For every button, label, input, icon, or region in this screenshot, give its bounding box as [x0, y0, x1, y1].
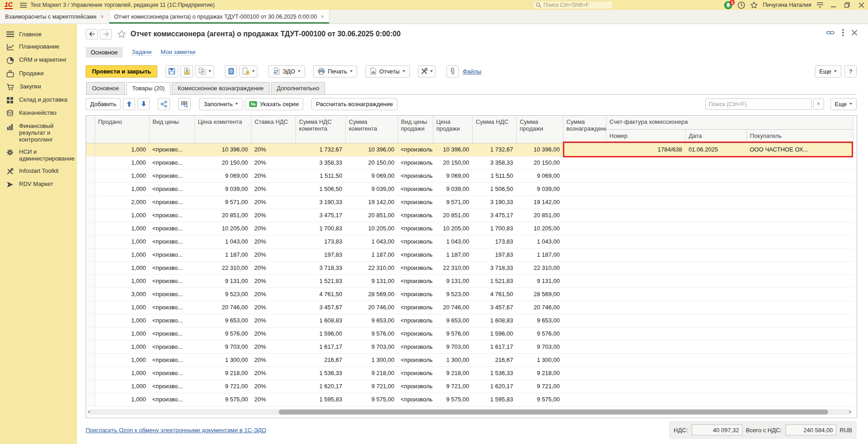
table-cell[interactable] [606, 195, 685, 209]
table-cell[interactable]: 1 511,50 [296, 169, 345, 182]
invite-ozon-link[interactable]: Пригласить Ozon к обмену электронными до… [86, 427, 266, 434]
user-menu-icon[interactable] [816, 2, 824, 8]
table-cell[interactable]: 1 300,00 [194, 353, 251, 366]
table-cell[interactable]: <произволь... [398, 327, 433, 340]
tab-mutual-settlements[interactable]: Взаиморасчеты с маркетплейсами × [0, 10, 109, 24]
table-cell[interactable]: 1 595,83 [472, 393, 516, 406]
doc-tab-0[interactable]: Основное [86, 82, 125, 94]
table-cell[interactable]: 22 310,00 [516, 261, 563, 274]
table-cell[interactable]: ООО ЧАСТНОЕ ОХ... [747, 143, 853, 156]
table-cell[interactable]: 4 761,50 [472, 288, 516, 301]
table-cell[interactable]: 10 396,00 [194, 143, 251, 156]
nav-tasks[interactable]: Задачи [132, 49, 152, 56]
move-up-button[interactable] [123, 98, 135, 110]
table-cell[interactable]: <произволь... [398, 393, 433, 406]
table-cell[interactable]: <произво... [149, 248, 194, 261]
table-cell[interactable] [747, 274, 853, 288]
table-cell[interactable] [747, 169, 853, 182]
table-cell[interactable]: 1 596,00 [472, 327, 516, 340]
table-cell[interactable]: <произволь... [398, 366, 433, 380]
table-cell[interactable] [685, 301, 747, 314]
table-cell[interactable]: 3 475,17 [296, 209, 345, 222]
history-icon[interactable] [737, 1, 745, 9]
table-cell[interactable]: 3 457,67 [296, 301, 345, 314]
table-cell[interactable] [563, 143, 606, 156]
table-cell[interactable] [685, 235, 747, 248]
barcode-search-button[interactable] [178, 98, 191, 110]
table-cell[interactable]: 20 851,00 [516, 209, 563, 222]
table-cell[interactable]: <произволь... [398, 314, 433, 327]
sidebar-item-2[interactable]: CRM и маркетинг [0, 54, 77, 67]
table-cell[interactable]: 9 571,00 [194, 195, 251, 209]
restore-button[interactable] [843, 1, 852, 9]
table-cell[interactable]: 1,000 [95, 301, 149, 314]
table-row[interactable]: 1,000<произво...20 746,0020%3 457,6720 7… [86, 301, 853, 314]
table-cell[interactable]: 9 571,00 [433, 195, 472, 209]
table-cell[interactable]: 20% [251, 209, 296, 222]
forward-button[interactable] [100, 29, 112, 39]
table-cell[interactable] [563, 327, 606, 340]
table-cell[interactable]: 20 851,00 [194, 209, 251, 222]
table-cell[interactable]: 20% [251, 261, 296, 274]
doc-tab-2[interactable]: Комиссионное вознаграждение [172, 82, 270, 94]
table-cell[interactable] [685, 327, 747, 340]
specify-series-button[interactable]: № Указать серии [245, 98, 303, 110]
table-search-input[interactable] [705, 98, 812, 110]
table-cell[interactable]: <произво... [149, 366, 194, 380]
table-row[interactable]: 1,000<произво...9 131,0020%1 521,839 131… [86, 274, 853, 288]
table-cell[interactable]: 1,000 [95, 143, 149, 156]
calculate-reward-button[interactable]: Рассчитать вознаграждение [311, 98, 398, 110]
close-window-button[interactable] [857, 1, 866, 9]
table-cell[interactable]: 22 310,00 [194, 261, 251, 274]
table-cell[interactable]: 9 576,00 [516, 327, 563, 340]
table-cell[interactable]: 19 142,00 [345, 195, 398, 209]
table-cell[interactable]: <произво... [149, 314, 194, 327]
table-cell[interactable] [685, 314, 747, 327]
table-cell[interactable]: 9 653,00 [433, 314, 472, 327]
table-cell[interactable]: 1,000 [95, 274, 149, 288]
table-cell[interactable]: 19 142,00 [516, 195, 563, 209]
table-cell[interactable]: 1,000 [95, 366, 149, 380]
column-header-8[interactable]: Сумма НДС [472, 116, 516, 143]
table-cell[interactable]: <произво... [149, 182, 194, 195]
table-cell[interactable]: 9 653,00 [345, 314, 398, 327]
table-cell[interactable]: <произволь... [398, 353, 433, 366]
table-cell[interactable]: 20% [251, 366, 296, 380]
column-header-11[interactable]: Номер [606, 129, 685, 143]
column-header-9[interactable]: Сумма продажи [516, 116, 563, 143]
table-cell[interactable]: 10 205,00 [433, 222, 472, 235]
table-cell[interactable] [563, 353, 606, 366]
table-row[interactable]: 1,000<произво...1 300,0020%216,671 300,0… [86, 353, 853, 366]
table-cell[interactable]: <произво... [149, 235, 194, 248]
table-cell[interactable]: 1 732,67 [296, 143, 345, 156]
table-cell[interactable]: 9 131,00 [516, 274, 563, 288]
table-cell[interactable]: 20 746,00 [194, 301, 251, 314]
table-cell[interactable]: 173,83 [472, 235, 516, 248]
table-cell[interactable] [685, 156, 747, 169]
table-cell[interactable]: 20% [251, 380, 296, 393]
sidebar-item-10[interactable]: RDV Маркет [0, 178, 77, 191]
table-cell[interactable] [606, 274, 685, 288]
column-header-2[interactable]: Цена комитента [194, 116, 251, 143]
table-cell[interactable] [606, 235, 685, 248]
table-cell[interactable]: 1,000 [95, 248, 149, 261]
table-cell[interactable]: 9 039,00 [433, 182, 472, 195]
table-cell[interactable]: 20% [251, 235, 296, 248]
reminder-button[interactable] [239, 65, 257, 78]
table-cell[interactable] [563, 182, 606, 195]
table-cell[interactable] [685, 169, 747, 182]
table-cell[interactable]: 197,83 [472, 248, 516, 261]
table-cell[interactable]: 1 300,00 [516, 353, 563, 366]
table-cell[interactable]: 9 653,00 [194, 314, 251, 327]
table-cell[interactable]: 9 131,00 [433, 274, 472, 288]
table-cell[interactable]: 20% [251, 156, 296, 169]
table-cell[interactable]: 1 732,67 [472, 143, 516, 156]
table-cell[interactable]: 173,83 [296, 235, 345, 248]
table-cell[interactable]: <произво... [149, 195, 194, 209]
table-cell[interactable]: 20% [251, 393, 296, 406]
table-cell[interactable]: 1 043,00 [433, 235, 472, 248]
table-cell[interactable]: 20% [251, 327, 296, 340]
table-cell[interactable]: 1 536,33 [296, 366, 345, 380]
table-cell[interactable]: 1 300,00 [345, 353, 398, 366]
table-cell[interactable] [563, 156, 606, 169]
